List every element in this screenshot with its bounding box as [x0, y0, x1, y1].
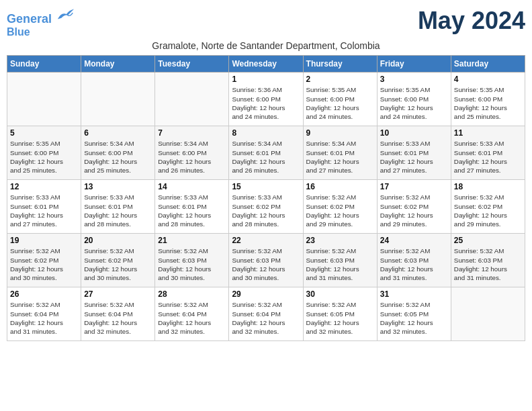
calendar-cell: 15Sunrise: 5:33 AM Sunset: 6:02 PM Dayli…: [229, 180, 303, 234]
day-info: Sunrise: 5:35 AM Sunset: 6:00 PM Dayligh…: [10, 139, 78, 175]
calendar-cell: 28Sunrise: 5:32 AM Sunset: 6:04 PM Dayli…: [155, 287, 229, 341]
calendar-cell: 4Sunrise: 5:35 AM Sunset: 6:00 PM Daylig…: [451, 73, 525, 126]
calendar-cell: 5Sunrise: 5:35 AM Sunset: 6:00 PM Daylig…: [7, 126, 81, 180]
calendar-cell: 20Sunrise: 5:32 AM Sunset: 6:02 PM Dayli…: [81, 234, 155, 287]
day-info: Sunrise: 5:32 AM Sunset: 6:02 PM Dayligh…: [306, 193, 374, 228]
calendar-table: SundayMondayTuesdayWednesdayThursdayFrid…: [7, 55, 525, 341]
day-number: 9: [306, 128, 374, 138]
calendar-cell: [451, 287, 525, 341]
calendar-cell: [81, 73, 155, 126]
calendar-cell: 13Sunrise: 5:33 AM Sunset: 6:01 PM Dayli…: [81, 180, 155, 234]
weekday-header-thursday: Thursday: [303, 56, 377, 73]
day-info: Sunrise: 5:33 AM Sunset: 6:02 PM Dayligh…: [232, 193, 300, 228]
day-info: Sunrise: 5:33 AM Sunset: 6:01 PM Dayligh…: [454, 139, 522, 175]
calendar-cell: 19Sunrise: 5:32 AM Sunset: 6:02 PM Dayli…: [7, 234, 81, 287]
day-number: 13: [84, 182, 152, 191]
day-info: Sunrise: 5:32 AM Sunset: 6:04 PM Dayligh…: [84, 300, 152, 336]
day-info: Sunrise: 5:32 AM Sunset: 6:05 PM Dayligh…: [380, 300, 448, 336]
calendar-cell: [155, 73, 229, 126]
day-info: Sunrise: 5:34 AM Sunset: 6:01 PM Dayligh…: [306, 139, 374, 175]
day-info: Sunrise: 5:33 AM Sunset: 6:01 PM Dayligh…: [84, 193, 152, 228]
calendar-cell: 2Sunrise: 5:35 AM Sunset: 6:00 PM Daylig…: [303, 73, 377, 126]
day-info: Sunrise: 5:33 AM Sunset: 6:01 PM Dayligh…: [158, 193, 226, 228]
day-info: Sunrise: 5:32 AM Sunset: 6:02 PM Dayligh…: [380, 193, 448, 228]
day-number: 11: [454, 128, 522, 138]
day-number: 17: [380, 182, 448, 191]
day-number: 19: [10, 236, 78, 245]
weekday-header-wednesday: Wednesday: [229, 56, 303, 73]
day-number: 7: [158, 128, 226, 138]
day-info: Sunrise: 5:32 AM Sunset: 6:03 PM Dayligh…: [232, 246, 300, 282]
logo-text: General: [7, 7, 75, 26]
day-info: Sunrise: 5:34 AM Sunset: 6:00 PM Dayligh…: [158, 139, 226, 175]
day-info: Sunrise: 5:33 AM Sunset: 6:01 PM Dayligh…: [10, 193, 78, 228]
day-number: 27: [84, 289, 152, 299]
day-number: 20: [84, 236, 152, 245]
calendar-cell: 16Sunrise: 5:32 AM Sunset: 6:02 PM Dayli…: [303, 180, 377, 234]
calendar-cell: 31Sunrise: 5:32 AM Sunset: 6:05 PM Dayli…: [377, 287, 451, 341]
calendar-cell: [7, 73, 81, 126]
logo: General Blue: [7, 7, 75, 38]
day-number: 16: [306, 182, 374, 191]
weekday-header-friday: Friday: [377, 56, 451, 73]
day-number: 15: [232, 182, 300, 191]
day-info: Sunrise: 5:36 AM Sunset: 6:00 PM Dayligh…: [232, 85, 300, 121]
calendar-cell: 8Sunrise: 5:34 AM Sunset: 6:01 PM Daylig…: [229, 126, 303, 180]
weekday-header-monday: Monday: [81, 56, 155, 73]
day-number: 1: [232, 75, 300, 84]
day-number: 14: [158, 182, 226, 191]
weekday-header-saturday: Saturday: [451, 56, 525, 73]
day-info: Sunrise: 5:35 AM Sunset: 6:00 PM Dayligh…: [454, 85, 522, 121]
day-number: 29: [232, 289, 300, 299]
weekday-header-tuesday: Tuesday: [155, 56, 229, 73]
calendar-cell: 18Sunrise: 5:32 AM Sunset: 6:02 PM Dayli…: [451, 180, 525, 234]
day-number: 25: [454, 236, 522, 245]
day-info: Sunrise: 5:32 AM Sunset: 6:03 PM Dayligh…: [380, 246, 448, 282]
calendar-cell: 3Sunrise: 5:35 AM Sunset: 6:00 PM Daylig…: [377, 73, 451, 126]
calendar-cell: 24Sunrise: 5:32 AM Sunset: 6:03 PM Dayli…: [377, 234, 451, 287]
page-header: General Blue May 2024: [7, 7, 525, 38]
day-info: Sunrise: 5:34 AM Sunset: 6:01 PM Dayligh…: [232, 139, 300, 175]
day-number: 5: [10, 128, 78, 138]
day-number: 18: [454, 182, 522, 191]
day-number: 8: [232, 128, 300, 138]
day-info: Sunrise: 5:32 AM Sunset: 6:04 PM Dayligh…: [232, 300, 300, 336]
day-number: 3: [380, 75, 448, 84]
calendar-cell: 27Sunrise: 5:32 AM Sunset: 6:04 PM Dayli…: [81, 287, 155, 341]
calendar-cell: 14Sunrise: 5:33 AM Sunset: 6:01 PM Dayli…: [155, 180, 229, 234]
day-info: Sunrise: 5:32 AM Sunset: 6:04 PM Dayligh…: [158, 300, 226, 336]
day-info: Sunrise: 5:32 AM Sunset: 6:04 PM Dayligh…: [10, 300, 78, 336]
day-number: 30: [306, 289, 374, 299]
day-number: 26: [10, 289, 78, 299]
weekday-header-sunday: Sunday: [7, 56, 81, 73]
calendar-cell: 21Sunrise: 5:32 AM Sunset: 6:03 PM Dayli…: [155, 234, 229, 287]
day-number: 21: [158, 236, 226, 245]
calendar-cell: 11Sunrise: 5:33 AM Sunset: 6:01 PM Dayli…: [451, 126, 525, 180]
day-number: 10: [380, 128, 448, 138]
day-number: 12: [10, 182, 78, 191]
day-info: Sunrise: 5:34 AM Sunset: 6:00 PM Dayligh…: [84, 139, 152, 175]
calendar-cell: 25Sunrise: 5:32 AM Sunset: 6:03 PM Dayli…: [451, 234, 525, 287]
day-number: 6: [84, 128, 152, 138]
calendar-cell: 17Sunrise: 5:32 AM Sunset: 6:02 PM Dayli…: [377, 180, 451, 234]
day-info: Sunrise: 5:35 AM Sunset: 6:00 PM Dayligh…: [306, 85, 374, 121]
day-info: Sunrise: 5:32 AM Sunset: 6:02 PM Dayligh…: [84, 246, 152, 282]
subtitle: Gramalote, Norte de Santander Department…: [7, 40, 525, 51]
day-number: 22: [232, 236, 300, 245]
day-info: Sunrise: 5:32 AM Sunset: 6:03 PM Dayligh…: [306, 246, 374, 282]
logo-bird-icon: [56, 7, 75, 23]
day-number: 31: [380, 289, 448, 299]
calendar-cell: 10Sunrise: 5:33 AM Sunset: 6:01 PM Dayli…: [377, 126, 451, 180]
day-info: Sunrise: 5:35 AM Sunset: 6:00 PM Dayligh…: [380, 85, 448, 121]
calendar-cell: 7Sunrise: 5:34 AM Sunset: 6:00 PM Daylig…: [155, 126, 229, 180]
calendar-cell: 23Sunrise: 5:32 AM Sunset: 6:03 PM Dayli…: [303, 234, 377, 287]
calendar-cell: 22Sunrise: 5:32 AM Sunset: 6:03 PM Dayli…: [229, 234, 303, 287]
day-number: 28: [158, 289, 226, 299]
calendar-cell: 29Sunrise: 5:32 AM Sunset: 6:04 PM Dayli…: [229, 287, 303, 341]
day-info: Sunrise: 5:32 AM Sunset: 6:02 PM Dayligh…: [10, 246, 78, 282]
day-info: Sunrise: 5:32 AM Sunset: 6:05 PM Dayligh…: [306, 300, 374, 336]
day-number: 24: [380, 236, 448, 245]
day-number: 23: [306, 236, 374, 245]
logo-line2: Blue: [7, 26, 75, 38]
month-title: May 2024: [418, 7, 525, 35]
